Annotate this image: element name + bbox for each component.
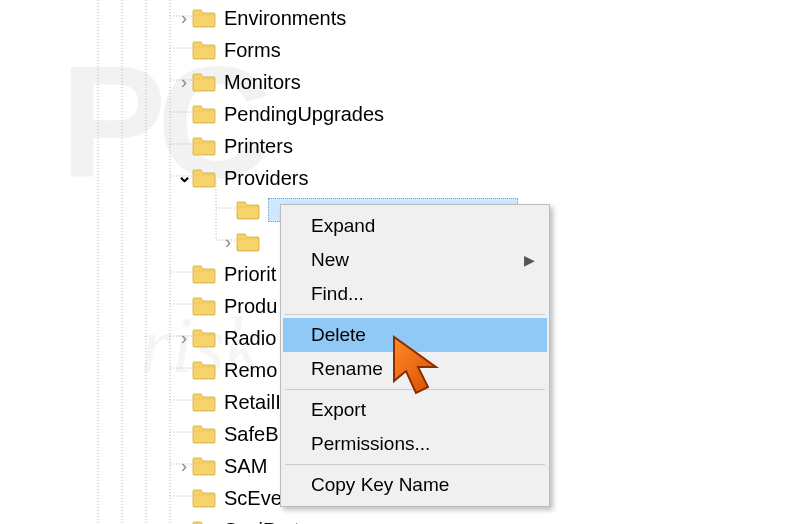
folder-icon [192,8,216,28]
menu-label: Export [311,399,366,421]
folder-icon [192,296,216,316]
tree-item-label: Priorit [224,263,276,286]
tree-item-label: Produ [224,295,277,318]
tree-item-label: Environments [224,7,346,30]
chevron-down-icon[interactable]: ⌄ [176,168,192,184]
folder-icon [236,232,260,252]
spacer [176,362,192,378]
tree-item-label: SAM [224,455,267,478]
tree-item-label: SceiPort [224,519,300,525]
menu-label: Permissions... [311,433,430,455]
tree-item-label: Printers [224,135,293,158]
menu-label: New [311,249,349,271]
folder-icon [236,200,260,220]
chevron-right-icon[interactable]: › [176,10,192,26]
menu-rename[interactable]: Rename [283,352,547,386]
folder-icon [192,72,216,92]
spacer [220,202,236,218]
menu-new[interactable]: New▶ [283,243,547,277]
folder-icon [192,136,216,156]
spacer [176,394,192,410]
folder-icon [192,456,216,476]
menu-export[interactable]: Export [283,393,547,427]
folder-icon [192,264,216,284]
tree-item-label: Monitors [224,71,301,94]
tree-item[interactable]: Forms [0,34,518,66]
tree-item-label: Radio [224,327,276,350]
spacer [176,42,192,58]
chevron-right-icon[interactable]: › [176,330,192,346]
menu-separator [285,389,545,390]
chevron-right-icon[interactable]: › [220,234,236,250]
tree-item[interactable]: ⌄Providers [0,162,518,194]
spacer [176,266,192,282]
tree-item-label: ScEve [224,487,282,510]
tree-item[interactable]: ›Environments [0,2,518,34]
menu-label: Rename [311,358,383,380]
tree-item-label: SafeB [224,423,278,446]
menu-label: Delete [311,324,366,346]
tree-item-label: Remo [224,359,277,382]
tree-item[interactable]: PendingUpgrades [0,98,518,130]
folder-icon [192,360,216,380]
folder-icon [192,488,216,508]
tree-item-label: Forms [224,39,281,62]
context-menu: Expand New▶ Find... Delete Rename Export… [280,204,550,507]
folder-icon [192,328,216,348]
menu-label: Expand [311,215,375,237]
spacer [176,106,192,122]
menu-label: Copy Key Name [311,474,449,496]
tree-item[interactable]: Printers [0,130,518,162]
spacer [176,298,192,314]
menu-expand[interactable]: Expand [283,209,547,243]
tree-item[interactable]: SceiPort [0,514,518,524]
chevron-right-icon[interactable]: › [176,458,192,474]
tree-item-label: PendingUpgrades [224,103,384,126]
menu-copy-key-name[interactable]: Copy Key Name [283,468,547,502]
folder-icon [192,168,216,188]
menu-separator [285,314,545,315]
spacer [176,138,192,154]
menu-permissions[interactable]: Permissions... [283,427,547,461]
folder-icon [192,520,216,524]
spacer [176,426,192,442]
menu-label: Find... [311,283,364,305]
spacer [176,490,192,506]
folder-icon [192,104,216,124]
chevron-right-icon: ▶ [524,252,535,268]
folder-icon [192,40,216,60]
menu-delete[interactable]: Delete [283,318,547,352]
menu-find[interactable]: Find... [283,277,547,311]
menu-separator [285,464,545,465]
folder-icon [192,424,216,444]
tree-item[interactable]: ›Monitors [0,66,518,98]
chevron-right-icon[interactable]: › [176,74,192,90]
folder-icon [192,392,216,412]
tree-item-label: RetailI [224,391,281,414]
tree-item-label: Providers [224,167,308,190]
